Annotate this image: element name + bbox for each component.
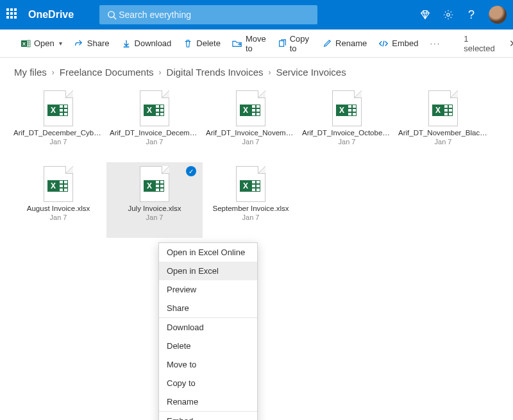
- file-item[interactable]: ✓XJuly Invoice.xlsxJan 7: [106, 162, 203, 238]
- file-name: Arif_DT_December_Cyber_...: [13, 129, 103, 137]
- file-name: July Invoice.xlsx: [128, 205, 181, 212]
- file-item[interactable]: XArif_DT_Invoice_December...Jan 7: [106, 87, 203, 162]
- open-button[interactable]: X Open ▾: [21, 38, 62, 49]
- premium-icon[interactable]: [419, 9, 431, 21]
- app-header: OneDrive ?: [0, 0, 513, 29]
- excel-file-icon: X: [236, 166, 265, 202]
- file-date: Jan 7: [146, 214, 164, 221]
- svg-rect-13: [279, 40, 283, 46]
- context-menu-item[interactable]: Copy to: [159, 374, 257, 392]
- moveto-button[interactable]: Move to: [232, 34, 266, 53]
- download-label: Download: [135, 38, 172, 48]
- delete-button[interactable]: Delete: [183, 38, 221, 49]
- app-brand: OneDrive: [28, 9, 74, 21]
- context-menu-item[interactable]: Share: [159, 299, 257, 317]
- context-menu-item[interactable]: Preview: [159, 280, 257, 299]
- excel-file-icon: X: [44, 90, 73, 126]
- selection-count: 1 selected: [464, 34, 494, 53]
- file-item[interactable]: XAugust Invoice.xlsxJan 7: [10, 162, 106, 238]
- file-name: September Invoice.xlsx: [213, 205, 289, 212]
- excel-file-icon: X: [140, 166, 169, 202]
- chevron-down-icon: ▾: [59, 40, 62, 47]
- excel-file-icon: X: [428, 90, 458, 126]
- help-icon[interactable]: ?: [466, 9, 477, 21]
- delete-label: Delete: [196, 38, 221, 48]
- file-name: Arif_DT_Invoice_October_2...: [302, 129, 392, 137]
- settings-icon[interactable]: [442, 9, 454, 21]
- file-grid: XArif_DT_December_Cyber_...Jan 7XArif_DT…: [6, 87, 507, 238]
- rename-icon: [322, 38, 332, 49]
- file-item[interactable]: XSeptember Invoice.xlsxJan 7: [203, 162, 299, 238]
- copyto-icon: [278, 38, 287, 49]
- breadcrumb-separator: ›: [52, 68, 55, 77]
- context-menu-item[interactable]: Delete: [159, 337, 257, 355]
- embed-button[interactable]: Embed: [378, 38, 418, 49]
- moveto-icon: [232, 38, 242, 49]
- breadcrumb-segment[interactable]: My files: [14, 67, 47, 78]
- embed-icon: [378, 38, 389, 49]
- file-date: Jan 7: [242, 138, 260, 146]
- rename-button[interactable]: Rename: [322, 38, 367, 49]
- context-menu-item[interactable]: Embed: [159, 412, 257, 420]
- rename-label: Rename: [335, 38, 367, 48]
- file-name: Arif_DT_November_Black_F...: [398, 129, 488, 137]
- context-menu-item[interactable]: Open in Excel: [159, 262, 257, 280]
- share-label: Share: [87, 38, 110, 48]
- svg-point-6: [447, 13, 450, 17]
- file-name: Arif_DT_Invoice_December...: [110, 129, 199, 137]
- context-menu-item[interactable]: Move to: [159, 355, 257, 374]
- moveto-label: Move to: [246, 34, 266, 53]
- excel-icon: X: [21, 38, 31, 49]
- context-menu-item[interactable]: Rename: [159, 392, 257, 411]
- selected-check-icon: ✓: [186, 166, 196, 176]
- context-menu-item[interactable]: Download: [159, 318, 257, 337]
- more-actions-button[interactable]: ···: [430, 38, 441, 48]
- download-icon: [121, 38, 131, 49]
- share-button[interactable]: Share: [74, 38, 110, 49]
- content-area: My files›Freelance Documents›Digital Tre…: [0, 58, 513, 420]
- breadcrumb-segment[interactable]: Digital Trends Invoices: [167, 67, 264, 78]
- excel-file-icon: X: [44, 166, 73, 202]
- context-menu-item[interactable]: Open in Excel Online: [159, 243, 257, 262]
- file-name: August Invoice.xlsx: [27, 205, 90, 212]
- breadcrumb-separator: ›: [268, 68, 271, 77]
- clear-selection-button[interactable]: ✕: [509, 37, 513, 51]
- embed-label: Embed: [392, 38, 418, 48]
- search-input[interactable]: [117, 9, 311, 21]
- file-date: Jan 7: [435, 138, 452, 146]
- search-icon: [106, 9, 117, 21]
- share-icon: [74, 38, 84, 49]
- breadcrumb: My files›Freelance Documents›Digital Tre…: [6, 63, 507, 87]
- excel-file-icon: X: [332, 90, 362, 126]
- breadcrumb-segment[interactable]: Freelance Documents: [60, 67, 154, 78]
- download-button[interactable]: Download: [121, 38, 172, 49]
- header-right: ?: [419, 6, 507, 24]
- file-item[interactable]: XArif_DT_December_Cyber_...Jan 7: [10, 87, 106, 162]
- copyto-button[interactable]: Copy to: [278, 34, 310, 53]
- file-name: Arif_DT_Invoice_November...: [206, 129, 296, 137]
- file-item[interactable]: XArif_DT_Invoice_October_2...Jan 7: [299, 87, 395, 162]
- copyto-label: Copy to: [290, 34, 310, 53]
- app-launcher-icon[interactable]: [6, 8, 19, 21]
- file-date: Jan 7: [50, 214, 67, 221]
- breadcrumb-separator: ›: [159, 68, 162, 77]
- svg-point-0: [108, 11, 114, 17]
- excel-file-icon: X: [236, 90, 265, 126]
- file-item[interactable]: XArif_DT_Invoice_November...Jan 7: [203, 87, 299, 162]
- context-menu: Open in Excel OnlineOpen in ExcelPreview…: [158, 242, 258, 420]
- file-date: Jan 7: [242, 214, 260, 221]
- svg-text:X: X: [22, 41, 26, 47]
- excel-file-icon: X: [140, 90, 169, 126]
- file-date: Jan 7: [339, 138, 356, 146]
- svg-line-1: [114, 17, 116, 19]
- delete-icon: [183, 38, 193, 49]
- command-bar: X Open ▾ Share Download Delete Move to C…: [0, 29, 513, 58]
- file-date: Jan 7: [50, 138, 67, 146]
- file-date: Jan 7: [146, 138, 164, 146]
- user-avatar[interactable]: [489, 6, 507, 24]
- breadcrumb-segment[interactable]: Service Invoices: [276, 67, 346, 78]
- open-label: Open: [34, 38, 55, 48]
- file-item[interactable]: XArif_DT_November_Black_F...Jan 7: [395, 87, 491, 162]
- search-box[interactable]: [99, 5, 317, 24]
